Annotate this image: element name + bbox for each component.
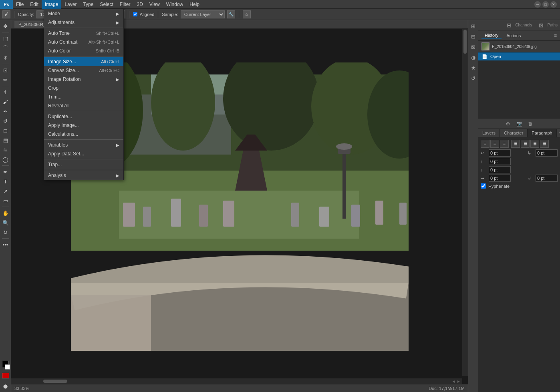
menu-auto-tone[interactable]: Auto Tone Shift+Ctrl+L [44,29,123,38]
menu-filter[interactable]: Filter [117,0,134,9]
menu-duplicate[interactable]: Duplicate... [44,112,123,121]
history-panel-menu[interactable]: ≡ [554,33,557,38]
menu-auto-contrast[interactable]: Auto Contrast Alt+Shift+Ctrl+L [44,38,123,46]
sample-icon[interactable]: 🔧 [227,10,235,18]
quick-mask-btn[interactable]: ⬤ [1,382,10,390]
blur-tool[interactable]: ≋ [1,145,10,154]
type-tool[interactable]: T [1,177,10,186]
history-tab[interactable]: History [481,32,502,39]
align-right-btn[interactable]: ≡ [500,140,509,148]
menu-mode[interactable]: Mode ▶ [44,9,123,18]
clone-stamp-tool[interactable]: ✒ [1,107,10,116]
menu-3d[interactable]: 3D [133,0,146,9]
camera-btn[interactable]: 📷 [515,120,523,128]
color-swatches[interactable] [1,361,10,370]
menu-apply-image[interactable]: Apply Image... [44,121,123,130]
menu-adjustments[interactable]: Adjustments ▶ [44,18,123,27]
path-selection-tool[interactable]: ↗ [1,187,10,195]
menu-edit[interactable]: Edit [27,0,42,9]
hand-tool[interactable]: ✋ [1,209,10,217]
indent-first-input[interactable] [489,175,511,182]
justify-all-btn[interactable]: ≣ [540,140,549,148]
brush-tool[interactable]: 🖌 [1,97,10,106]
menu-apply-data-set[interactable]: Apply Data Set... [44,149,123,158]
layers-strip-icon[interactable]: ⊞ [469,22,478,30]
space-after-input[interactable] [489,166,511,173]
background-color[interactable] [5,364,10,370]
rotate-view-tool[interactable]: ↻ [1,228,10,237]
healing-brush-tool[interactable]: ⚕ [1,88,10,96]
magic-wand-tool[interactable]: ✳ [1,53,10,62]
layers-tab[interactable]: Layers [478,129,500,137]
paths-icon[interactable]: ⊠ [537,21,546,30]
history-file-item[interactable]: P_20150604_205209.jpg [478,41,560,52]
marquee-tool[interactable]: ⬚ [1,34,10,43]
paragraph-tab[interactable]: Paragraph [528,129,556,137]
menu-type[interactable]: Type [80,0,97,9]
history-strip-icon[interactable]: ↺ [469,74,478,82]
justify-left-btn[interactable]: ≣ [511,140,520,148]
sample-select[interactable]: Current Layer [181,10,225,18]
window-minimize-btn[interactable]: ─ [534,1,541,8]
justify-center-btn[interactable]: ≣ [521,140,530,148]
dodge-tool[interactable]: ◯ [1,155,10,164]
crop-tool[interactable]: ⊡ [1,66,10,74]
foreground-swatch[interactable] [2,373,9,378]
menu-crop[interactable]: Crop [44,84,123,92]
align-left-btn[interactable]: ≡ [481,140,489,148]
eyedropper-tool[interactable]: ✏ [1,75,10,84]
channels-icon[interactable]: ⊟ [505,21,514,30]
clone-stamp-icon[interactable]: ⌂ [243,10,251,18]
lasso-tool[interactable]: ⌒ [1,44,10,52]
history-open-item[interactable]: 📄 Open [478,52,560,60]
menu-auto-color[interactable]: Auto Color Shift+Ctrl+B [44,46,123,55]
indent-right-input[interactable] [536,149,558,157]
vertical-scrollbar[interactable] [462,29,468,376]
eraser-tool[interactable]: ◻ [1,126,10,135]
scrollbar-thumb-v[interactable] [463,30,467,54]
menu-view[interactable]: View [146,0,163,9]
hanging-input[interactable] [536,175,558,182]
menu-layer[interactable]: Layer [61,0,80,9]
actions-tab[interactable]: Actions [503,32,524,39]
scrollbar-thumb-h[interactable] [43,380,67,383]
menu-canvas-size[interactable]: Canvas Size... Alt+Ctrl+C [44,66,123,75]
panel-options-icon[interactable]: ≡ [557,129,560,137]
channels-strip-icon[interactable]: ⊟ [469,32,478,41]
brush-tool-icon[interactable]: 🖌 [2,10,10,18]
menu-trim[interactable]: Trim... [44,92,123,101]
menu-help[interactable]: Help [186,0,203,9]
menu-image-rotation[interactable]: Image Rotation ▶ [44,75,123,84]
indent-left-input[interactable] [489,149,511,157]
menu-file[interactable]: File [13,0,27,9]
menu-trap[interactable]: Trap... [44,160,123,169]
menu-image-size[interactable]: Image Size... Alt+Ctrl+I [44,57,123,66]
delete-state-btn[interactable]: 🗑 [526,120,534,128]
styles-strip-icon[interactable]: ★ [469,63,478,72]
more-tools-btn[interactable]: ••• [1,240,10,249]
shape-tool[interactable]: ▭ [1,196,10,205]
window-close-btn[interactable]: ✕ [550,1,557,8]
menu-reveal-all[interactable]: Reveal All [44,101,123,110]
menu-calculations[interactable]: Calculations... [44,130,123,139]
window-maximize-btn[interactable]: □ [542,1,549,8]
menu-analysis[interactable]: Analysis ▶ [44,171,123,180]
paths-strip-icon[interactable]: ⊠ [469,42,478,51]
justify-right-btn[interactable]: ≣ [530,140,539,148]
character-tab[interactable]: Character [500,129,528,137]
menu-variables[interactable]: Variables ▶ [44,141,123,149]
menu-select[interactable]: Select [97,0,116,9]
pen-tool[interactable]: ✒ [1,167,10,176]
new-layer-btn[interactable]: ⊕ [504,120,512,128]
history-brush-tool[interactable]: ↺ [1,117,10,125]
menu-image[interactable]: Image [42,0,61,9]
adjustments-strip-icon[interactable]: ◑ [469,53,478,62]
aligned-checkbox[interactable] [133,12,137,16]
zoom-tool[interactable]: 🔍 [1,218,10,227]
align-center-btn[interactable]: ≡ [490,140,499,148]
move-tool[interactable]: ✥ [1,22,10,30]
gradient-tool[interactable]: ▤ [1,136,10,145]
space-before-input[interactable] [489,158,511,165]
hyphenate-checkbox[interactable] [481,183,486,189]
menu-window[interactable]: Window [163,0,187,9]
